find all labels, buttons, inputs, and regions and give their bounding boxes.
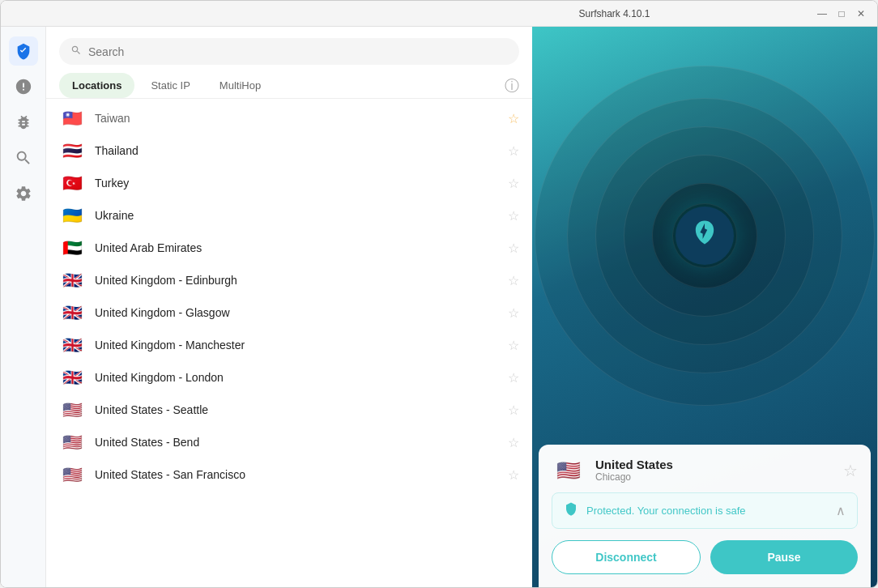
tab-multihop[interactable]: MultiHop [207, 73, 274, 98]
favorite-star[interactable]: ☆ [508, 241, 519, 256]
favorite-star[interactable]: ☆ [508, 467, 519, 483]
favorite-star[interactable]: ☆ [508, 111, 519, 126]
app-window: Surfshark 4.10.1 — □ ✕ [0, 0, 878, 588]
list-item[interactable]: 🇹🇼 Taiwan ☆ [46, 102, 532, 134]
pause-button[interactable]: Pause [710, 540, 858, 574]
search-input[interactable] [88, 45, 508, 58]
list-item[interactable]: 🇺🇦 Ukraine ☆ [46, 199, 532, 232]
list-item[interactable]: 🇦🇪 United Arab Emirates ☆ [46, 232, 532, 264]
search-input-wrap[interactable] [59, 38, 519, 65]
country-name: United Arab Emirates [95, 241, 498, 254]
sidebar-item-bug[interactable] [9, 108, 38, 137]
window-controls: — □ ✕ [816, 7, 867, 20]
favorite-star[interactable]: ☆ [508, 370, 519, 386]
titlebar: Surfshark 4.10.1 — □ ✕ [1, 1, 877, 27]
disconnect-button[interactable]: Disconnect [552, 540, 701, 574]
search-icon [70, 45, 82, 58]
connected-location: 🇺🇸 United States Chicago ☆ [552, 458, 858, 483]
favorite-star[interactable]: ☆ [508, 176, 519, 191]
flag-icon: 🇹🇷 [59, 175, 85, 191]
flag-icon: 🇬🇧 [59, 272, 85, 288]
tab-locations[interactable]: Locations [59, 73, 134, 98]
location-list: 🇹🇼 Taiwan ☆ 🇹🇭 Thailand ☆ 🇹🇷 Turkey ☆ 🇺🇦 [46, 99, 532, 587]
flag-icon: 🇬🇧 [59, 337, 85, 353]
country-name: United States - San Francisco [95, 468, 498, 481]
chevron-up-icon[interactable]: ∧ [836, 503, 846, 518]
country-name: United Kingdom - London [95, 371, 498, 384]
flag-icon: 🇬🇧 [59, 305, 85, 321]
maximize-button[interactable]: □ [835, 7, 848, 20]
sidebar-item-alert[interactable] [9, 72, 38, 101]
flag-icon: 🇺🇸 [59, 467, 85, 483]
tabs-bar: Locations Static IP MultiHop ⓘ [46, 73, 532, 99]
sidebar-item-settings[interactable] [9, 179, 38, 208]
close-button[interactable]: ✕ [855, 7, 867, 20]
left-panel: Locations Static IP MultiHop ⓘ 🇹🇼 Taiwan… [46, 27, 532, 587]
country-name: Thailand [95, 144, 498, 157]
right-panel: 🇺🇸 United States Chicago ☆ Protected. Yo… [532, 27, 877, 587]
flag-icon: 🇹🇭 [59, 143, 85, 159]
list-item[interactable]: 🇬🇧 United Kingdom - Manchester ☆ [46, 329, 532, 361]
list-item[interactable]: 🇺🇸 United States - Seattle ☆ [46, 394, 532, 426]
tab-static-ip[interactable]: Static IP [138, 73, 202, 98]
country-name: United States - Seattle [95, 403, 498, 416]
connected-panel: 🇺🇸 United States Chicago ☆ Protected. Yo… [539, 445, 871, 587]
list-item[interactable]: 🇬🇧 United Kingdom - Edinburgh ☆ [46, 264, 532, 296]
flag-icon: 🇦🇪 [59, 240, 85, 256]
main-content: Locations Static IP MultiHop ⓘ 🇹🇼 Taiwan… [1, 27, 877, 587]
country-name: United Kingdom - Glasgow [95, 306, 498, 319]
list-item[interactable]: 🇺🇸 United States - San Francisco ☆ [46, 458, 532, 491]
favorite-star[interactable]: ☆ [508, 338, 519, 353]
favorite-star[interactable]: ☆ [508, 403, 519, 418]
favorite-star[interactable]: ☆ [508, 208, 519, 224]
favorite-star[interactable]: ☆ [508, 143, 519, 159]
sidebar [1, 27, 46, 587]
connected-city: Chicago [595, 471, 833, 483]
favorite-star[interactable]: ☆ [508, 273, 519, 288]
country-name: United Kingdom - Manchester [95, 339, 498, 352]
country-name: Taiwan [95, 112, 498, 125]
connected-info: United States Chicago [595, 458, 833, 483]
status-text: Protected. Your connection is safe [586, 505, 828, 517]
sidebar-item-search[interactable] [9, 143, 38, 173]
list-item[interactable]: 🇬🇧 United Kingdom - Glasgow ☆ [46, 296, 532, 329]
vpn-logo [676, 207, 734, 265]
action-buttons: Disconnect Pause [552, 540, 858, 574]
list-item[interactable]: 🇹🇭 Thailand ☆ [46, 134, 532, 167]
country-name: United States - Bend [95, 436, 498, 449]
flag-icon: 🇺🇸 [59, 434, 85, 450]
flag-icon: 🇺🇸 [59, 402, 85, 418]
favorite-star[interactable]: ☆ [508, 435, 519, 450]
status-shield-icon [564, 501, 578, 520]
info-icon[interactable]: ⓘ [505, 76, 519, 96]
connected-country: United States [595, 458, 833, 471]
connected-flag: 🇺🇸 [552, 459, 586, 482]
flag-icon: 🇬🇧 [59, 369, 85, 386]
flag-icon: 🇹🇼 [59, 110, 85, 126]
list-item[interactable]: 🇹🇷 Turkey ☆ [46, 167, 532, 199]
minimize-button[interactable]: — [816, 7, 829, 20]
sidebar-item-shield[interactable] [9, 36, 38, 66]
country-name: United Kingdom - Edinburgh [95, 274, 498, 287]
status-bar: Protected. Your connection is safe ∧ [552, 492, 858, 529]
vpn-visual [532, 27, 877, 445]
country-name: Turkey [95, 177, 498, 190]
favorite-star[interactable]: ☆ [508, 305, 519, 321]
window-title: Surfshark 4.10.1 [413, 8, 816, 19]
flag-icon: 🇺🇦 [59, 207, 85, 224]
country-name: Ukraine [95, 209, 498, 222]
search-bar [46, 27, 532, 73]
list-item[interactable]: 🇬🇧 United Kingdom - London ☆ [46, 361, 532, 394]
connected-favorite-star[interactable]: ☆ [843, 461, 858, 480]
list-item[interactable]: 🇺🇸 United States - Bend ☆ [46, 426, 532, 458]
